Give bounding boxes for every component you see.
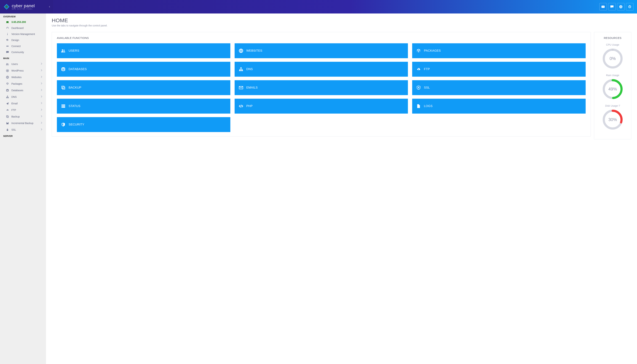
tile-php[interactable]: PHP xyxy=(235,99,408,114)
sidebar-item-design[interactable]: Design xyxy=(0,37,46,43)
functions-heading: AVAILABLE FUNCTIONS xyxy=(57,36,586,40)
sidebar-item-label: Incremental Backup xyxy=(11,122,33,124)
sidebar-item-wordpress[interactable]: WordPress xyxy=(0,67,46,74)
tile-label: STATUS xyxy=(69,104,80,108)
resources-panel: RESOURCES CPU Usage0%Ram Usage49%Disk Us… xyxy=(594,32,631,139)
wordpress-icon xyxy=(5,69,10,72)
copy-icon xyxy=(61,86,66,90)
sidebar-item-ftp[interactable]: FTP xyxy=(0,107,46,113)
chat-button[interactable] xyxy=(608,3,616,10)
chevron-right-icon xyxy=(40,69,43,72)
page-subtitle: Use the tabs to navigate through the con… xyxy=(52,24,631,27)
gauge-ring: 30% xyxy=(602,109,623,130)
sidebar-item-label: WordPress xyxy=(11,69,24,72)
tile-label: BACKUP xyxy=(69,86,81,90)
power-button[interactable] xyxy=(626,3,633,10)
cloud-up-icon xyxy=(5,108,10,112)
sidebar-item-label: Backup xyxy=(11,115,20,118)
sitemap-icon xyxy=(5,96,10,98)
sidebar-item-label: Websites xyxy=(11,76,22,78)
gauge-value: 0% xyxy=(602,48,623,69)
database-icon xyxy=(5,89,10,92)
chevron-right-icon xyxy=(40,102,43,105)
tile-label: WEBSITES xyxy=(246,49,262,52)
youtube-button[interactable] xyxy=(599,3,607,10)
tile-label: DNS xyxy=(246,68,253,71)
sidebar-item-connect[interactable]: Connect xyxy=(0,43,46,49)
chevron-right-icon xyxy=(40,128,43,131)
sidebar-item-label: Users xyxy=(11,63,18,66)
chevron-right-icon xyxy=(40,62,43,66)
sidebar-item-users[interactable]: Users xyxy=(0,61,46,67)
users-icon xyxy=(5,63,10,66)
sidebar-item-backup[interactable]: Backup xyxy=(0,113,46,120)
tile-emails[interactable]: EMAILS xyxy=(235,80,408,95)
sidebar-item-label: DNS xyxy=(11,96,17,98)
tile-websites[interactable]: WEBSITES xyxy=(235,43,408,58)
tile-packages[interactable]: PACKAGES xyxy=(412,43,586,58)
sidebar-item-version-management[interactable]: Version Management xyxy=(0,31,46,37)
sidebar-item-label: Version Management xyxy=(11,33,35,36)
save-icon xyxy=(5,122,10,124)
tile-logs[interactable]: LOGS xyxy=(412,99,586,114)
info-icon xyxy=(5,33,10,36)
sidebar-item-databases[interactable]: Databases xyxy=(0,87,46,94)
gauge-title: Ram Usage xyxy=(599,74,626,77)
sidebar-item-dns[interactable]: DNS xyxy=(0,94,46,100)
gauge-title: Disk Usage '/' xyxy=(599,104,626,107)
sidebar-item-packages[interactable]: Packages xyxy=(0,80,46,87)
topbar: cyber panel WEB HOSTING PANEL xyxy=(0,0,637,14)
sidebar-item-ssl[interactable]: SSL xyxy=(0,126,46,133)
brand-subtitle: WEB HOSTING PANEL xyxy=(12,8,35,10)
laptop-icon xyxy=(5,20,10,24)
tile-databases[interactable]: DATABASES xyxy=(57,62,230,77)
resources-heading: RESOURCES xyxy=(599,36,626,40)
tile-ftp[interactable]: FTP xyxy=(412,62,586,77)
sidebar-item-dashboard[interactable]: Dashboard xyxy=(0,25,46,31)
main-content: HOME Use the tabs to navigate through th… xyxy=(46,14,637,364)
tile-security[interactable]: SECURITY xyxy=(57,117,230,132)
cloud-up-icon xyxy=(416,67,421,71)
sidebar-item-email[interactable]: Email xyxy=(0,100,46,107)
tile-label: USERS xyxy=(69,49,79,52)
tile-label: EMAILS xyxy=(246,86,258,90)
tile-status[interactable]: STATUS xyxy=(57,99,230,114)
tile-users[interactable]: USERS xyxy=(57,43,230,58)
tile-backup[interactable]: BACKUP xyxy=(57,80,230,95)
topbar-actions xyxy=(599,3,637,10)
sitemap-icon xyxy=(239,67,244,71)
tile-label: DATABASES xyxy=(69,68,87,71)
dashboard-icon xyxy=(5,26,10,30)
tile-label: LOGS xyxy=(424,104,433,108)
shield-icon xyxy=(61,122,66,127)
chevron-right-icon xyxy=(40,82,43,85)
chevron-right-icon xyxy=(40,76,43,79)
help-button[interactable] xyxy=(617,3,624,10)
chat-icon xyxy=(5,51,10,54)
sidebar-section-main: MAIN xyxy=(0,55,46,61)
tile-label: PHP xyxy=(246,104,253,108)
chevron-right-icon xyxy=(40,115,43,118)
sidebar-item-incremental-backup[interactable]: Incremental Backup xyxy=(0,120,46,126)
gauge-ram-usage: Ram Usage49% xyxy=(599,74,626,100)
tile-ssl[interactable]: SSL xyxy=(412,80,586,95)
gauge-ring: 0% xyxy=(602,48,623,69)
sidebar-item-3-65-253-200[interactable]: 3.65.253.200 xyxy=(0,19,46,25)
brand[interactable]: cyber panel WEB HOSTING PANEL xyxy=(0,0,46,14)
sidebar-item-websites[interactable]: Websites xyxy=(0,74,46,80)
packages-icon xyxy=(5,82,10,85)
chevron-right-icon xyxy=(40,88,43,92)
sidebar-section-overview: OVERVIEW xyxy=(0,14,46,19)
sidebar-section-server: SERVER xyxy=(0,133,46,138)
sidebar-item-label: 3.65.253.200 xyxy=(11,20,26,24)
globe-icon xyxy=(5,76,10,78)
sidebar-collapse-button[interactable] xyxy=(46,0,53,14)
brand-name: cyber panel xyxy=(12,4,35,8)
sidebar-item-label: Databases xyxy=(11,89,23,92)
chevron-right-icon xyxy=(40,95,43,98)
sidebar-item-label: Dashboard xyxy=(11,26,24,30)
tile-dns[interactable]: DNS xyxy=(235,62,408,77)
link-icon xyxy=(5,45,10,48)
logo-icon xyxy=(3,3,10,10)
sidebar-item-community[interactable]: Community xyxy=(0,49,46,55)
